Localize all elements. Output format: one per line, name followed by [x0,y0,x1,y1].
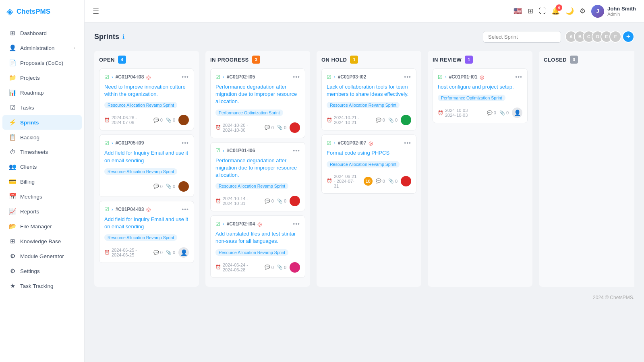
sidebar-item-timesheets[interactable]: ⏱ Timesheets [2,145,82,159]
card-sprint-tag[interactable]: Performance Optimization Sprint [215,110,283,116]
sidebar-item-reports[interactable]: 📈 Reports [2,204,82,219]
sidebar-item-proposals[interactable]: 📄 Proposals (CoCo) [2,56,82,70]
clock-icon: ⏰ [104,250,110,255]
attachment-icon: 📎 [388,178,394,184]
card-menu[interactable]: ••• [293,221,300,227]
column-title: CLOSED [544,57,567,63]
card-date: ⏰2024-06-26 - 2024-07-06 [104,115,147,125]
expand-arrow-icon: › [334,74,335,79]
card[interactable]: ☑ › #C01P02-I04 ◎ ••• Add translated fil… [210,215,305,277]
priority-icon: ◎ [369,140,373,146]
sidebar-item-administration[interactable]: 👤 Administration › [2,41,82,55]
proposals-icon: 📄 [9,59,16,66]
dark-mode-icon[interactable]: 🌙 [565,7,574,15]
sidebar-item-knowledge-base[interactable]: ⊞ Knowledge Base [2,234,82,248]
card-menu[interactable]: ••• [404,140,411,146]
sidebar-item-label: Timesheets [20,149,48,155]
card[interactable]: ☑ › #C01P03-I02 ••• Lack of collaboratio… [321,68,416,130]
sidebar-item-projects[interactable]: 📁 Projects [2,70,82,85]
fullscreen-icon[interactable]: ⛶ [539,7,546,15]
card-header: ☑ › #C01P02-I04 ◎ ••• [215,221,300,227]
card-menu[interactable]: ••• [404,74,411,80]
header-right: ABCDEF + [483,31,634,43]
attachment-stat: 📎 0 [166,118,175,123]
sidebar-item-dashboard[interactable]: ⊞ Dashboard [2,26,82,40]
administration-icon: 👤 [9,44,16,52]
check-icon: ☑ [327,74,331,80]
card-date: ⏰2024-06-21 - 2024-07-31 [327,174,357,188]
card-sprint-tag[interactable]: Resource Allocation Revamp Sprint [104,234,177,241]
card-sprint-tag[interactable]: Resource Allocation Revamp Sprint [215,183,288,189]
card-avatar [401,115,411,125]
attachment-stat: 📎 0 [277,199,286,204]
expand-arrow-icon: › [445,74,447,79]
card-header: ☑ › #C01P04-I03 ◎ ••• [104,206,189,213]
sidebar-item-settings[interactable]: ⚙ Settings [2,264,82,278]
comment-stat: 💬 0 [376,118,385,123]
hamburger-button[interactable]: ☰ [93,7,99,16]
card-sprint-tag[interactable]: Resource Allocation Revamp Sprint [104,102,177,108]
flag-icon[interactable]: 🇺🇸 [514,7,522,15]
card[interactable]: ☑ › #C01P02-I05 ••• Performance degradat… [210,68,305,138]
task-tracking-icon: ★ [9,282,16,290]
billing-icon: 💳 [9,178,16,185]
card-sprint-tag[interactable]: Resource Allocation Revamp Sprint [215,249,288,256]
column-count-badge: 0 [570,56,578,64]
user-area[interactable]: J John Smith Admin [591,5,636,18]
card-header: ☑ › #C01P01-I06 ••• [215,147,300,154]
card[interactable]: ☑ › #C01P05-I09 ••• Add field for Inquir… [99,134,194,197]
card-sprint-tag[interactable]: Resource Allocation Revamp Sprint [327,161,400,168]
notification-icon[interactable]: 🔔 0 [551,7,560,15]
tasks-icon: ☑ [9,104,16,111]
sidebar-item-billing[interactable]: 💳 Billing [2,174,82,189]
info-icon[interactable]: ℹ [122,33,124,40]
sidebar-item-module-generator[interactable]: ⚙ Module Generator [2,249,82,263]
card-sprint-tag[interactable]: Resource Allocation Revamp Sprint [327,102,400,108]
card-avatar-placeholder: 👤 [178,247,189,258]
sidebar-item-meetings[interactable]: 📅 Meetings [2,189,82,204]
card-id: #C01P04-I03 [116,207,144,212]
sidebar-item-task-tracking[interactable]: ★ Task Tracking [2,279,82,293]
card-menu[interactable]: ••• [182,140,189,146]
card-footer: ⏰2024-10-14 - 2024-10-31 💬 0 📎 0 [215,196,300,206]
sidebar-item-file-manager[interactable]: 📂 File Manager [2,219,82,234]
card-footer: ⏰2024-06-26 - 2024-07-06 💬 0 📎 0 [104,115,189,125]
sidebar-item-clients[interactable]: 👥 Clients [2,159,82,174]
card[interactable]: ☑ › #C01P04-I08 ◎ ••• Need to Improve in… [99,68,194,130]
attachment-icon: 📎 [166,250,172,255]
card-menu[interactable]: ••• [293,74,300,80]
sprint-select[interactable] [483,31,561,43]
timesheets-icon: ⏱ [9,149,16,155]
comment-stat: 💬 0 [153,118,163,123]
sidebar-item-label: Roadmap [20,90,44,96]
attachment-stat: 📎 0 [166,184,175,189]
card[interactable]: ☑ › #C01P01-I01 ◎ ••• host configure and… [433,68,528,123]
column-count-badge: 4 [118,56,126,64]
logo-area: ◈ ChetsPMS [0,0,84,22]
sidebar-item-tasks[interactable]: ☑ Tasks [2,100,82,115]
card-sprint-tag[interactable]: Resource Allocation Revamp Sprint [104,168,177,175]
card-stats: 💬 0 📎 0 [261,262,300,273]
logo-icon: ◈ [6,6,13,17]
sidebar-item-backlog[interactable]: 📋 Backlog [2,130,82,145]
user-role: Admin [607,12,636,17]
module-generator-icon: ⚙ [9,252,16,260]
card-menu[interactable]: ••• [293,147,300,154]
card-footer: ⏰2024-10-21 - 2024-10-21 💬 0 📎 0 [327,115,411,125]
card[interactable]: ☑ › #C01P02-I07 ◎ ••• Format code using … [321,134,416,193]
card[interactable]: ☑ › #C01P01-I06 ••• Performance degradat… [210,142,305,212]
settings-icon[interactable]: ⚙ [580,7,586,15]
card-menu[interactable]: ••• [182,206,189,213]
grid-icon[interactable]: ⊞ [528,7,533,15]
card-sprint-tag[interactable]: Performance Optimization Sprint [438,95,505,101]
card[interactable]: ☑ › #C01P04-I03 ◎ ••• Add field for Inqu… [99,201,194,263]
card-title: Add field for Inquiry Email and use it o… [104,216,189,230]
sidebar-item-roadmap[interactable]: 📊 Roadmap [2,85,82,100]
add-member-button[interactable]: + [622,31,634,43]
card-menu[interactable]: ••• [515,74,522,80]
card-menu[interactable]: ••• [182,74,189,80]
user-avatar: J [591,5,604,18]
priority-icon: ◎ [146,74,151,80]
attachment-stat: 📎 0 [277,265,286,270]
sidebar-item-sprints[interactable]: ⚡ Sprints [2,115,82,130]
